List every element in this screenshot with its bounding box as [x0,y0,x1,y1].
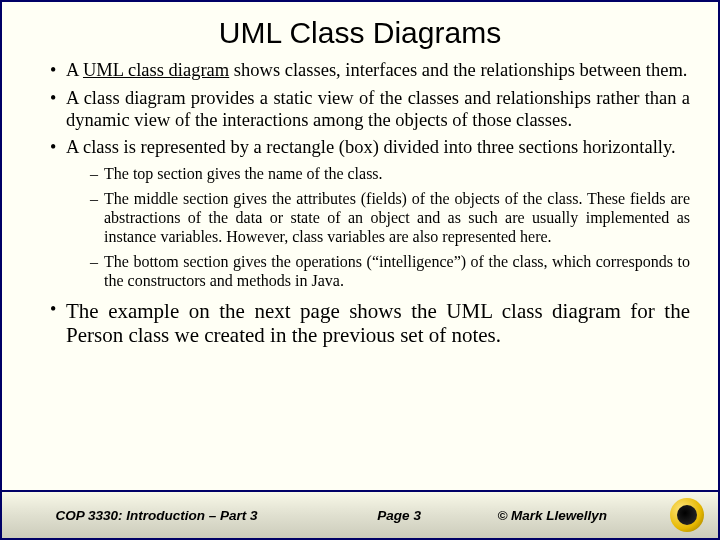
sub-bullet-2: The middle section gives the attributes … [90,190,690,247]
slide-content: A UML class diagram shows classes, inter… [2,60,718,490]
bullet-3-text: A class is represented by a rectangle (b… [66,137,676,157]
footer: COP 3330: Introduction – Part 3 Page 3 ©… [2,490,718,538]
slide-title: UML Class Diagrams [2,2,718,60]
bullet-1-underline: UML class diagram [83,60,229,80]
sub-bullet-list: The top section gives the name of the cl… [66,165,690,290]
footer-page: Page 3 [311,508,488,523]
sub-bullet-1: The top section gives the name of the cl… [90,165,690,184]
bullet-2: A class diagram provides a static view o… [50,88,690,132]
sub-bullet-3: The bottom section gives the operations … [90,253,690,291]
footer-course: COP 3330: Introduction – Part 3 [2,508,311,523]
ucf-logo-inner [677,505,697,525]
slide: UML Class Diagrams A UML class diagram s… [0,0,720,540]
bullet-1-pre: A [66,60,83,80]
bullet-1-post: shows classes, interfaces and the relati… [229,60,687,80]
ucf-logo-icon [670,498,704,532]
bullet-3: A class is represented by a rectangle (b… [50,137,690,290]
bullet-4: The example on the next page shows the U… [50,299,690,349]
bullet-1: A UML class diagram shows classes, inter… [50,60,690,82]
bullet-list: A UML class diagram shows classes, inter… [30,60,690,348]
